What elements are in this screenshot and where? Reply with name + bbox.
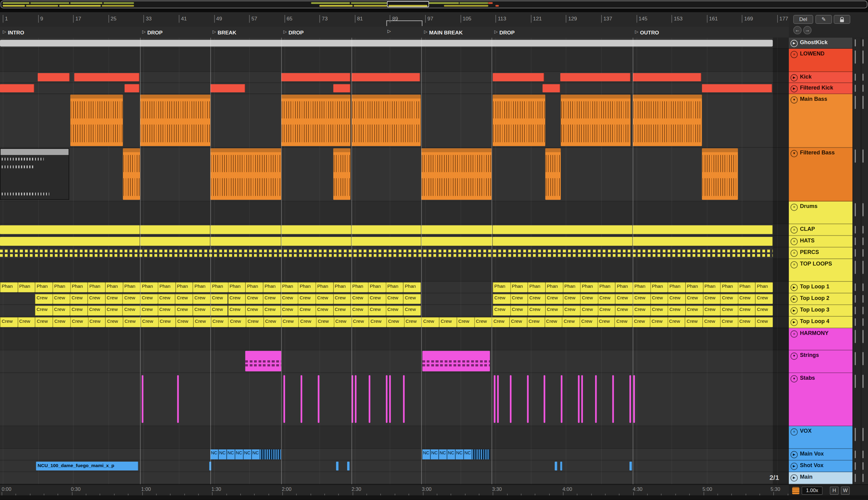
loop-cell[interactable]: Crew bbox=[563, 305, 580, 316]
loop-cell[interactable]: Crew bbox=[528, 305, 545, 316]
stab-clip[interactable] bbox=[497, 375, 499, 423]
zoom-width-button[interactable]: W bbox=[841, 487, 850, 495]
loop-cell[interactable]: Crew bbox=[580, 305, 597, 316]
loop-cell[interactable]: Crew bbox=[510, 294, 527, 304]
loop-cell[interactable]: Phan bbox=[263, 282, 281, 292]
audio-clip[interactable] bbox=[352, 237, 421, 246]
loop-cell[interactable]: Crew bbox=[193, 317, 211, 327]
midi-clip-gray[interactable] bbox=[0, 148, 69, 200]
audio-clip[interactable] bbox=[542, 84, 560, 92]
track-row-main-bass[interactable] bbox=[0, 94, 789, 148]
group-circle-icon[interactable]: ≡ bbox=[791, 226, 798, 233]
loop-cell[interactable]: Crew bbox=[404, 317, 422, 327]
loop-cell[interactable]: Crew bbox=[263, 294, 281, 304]
stab-clip[interactable] bbox=[403, 375, 404, 423]
loop-cell[interactable]: Crew bbox=[123, 305, 140, 316]
beat-time-ruler[interactable]: 1917253341495765738189971051131211291371… bbox=[0, 12, 789, 27]
loop-cell[interactable]: Crew bbox=[703, 305, 720, 316]
track-header-shot-vox[interactable]: ▶Shot Vox bbox=[789, 461, 853, 472]
loop-cell[interactable]: Phan bbox=[403, 282, 421, 292]
loop-cell[interactable]: Crew bbox=[18, 317, 35, 327]
loop-cell[interactable]: Crew bbox=[105, 305, 123, 316]
track-header-main-bass[interactable]: ▼Main Bass bbox=[789, 94, 853, 148]
loop-cell[interactable]: Phan bbox=[650, 282, 667, 292]
loop-cell[interactable]: Crew bbox=[70, 305, 88, 316]
back-arrow-button[interactable]: ← bbox=[793, 26, 802, 34]
audio-clip[interactable] bbox=[281, 237, 352, 246]
track-header-hats[interactable]: ≡HATS bbox=[789, 236, 853, 247]
audio-clip[interactable] bbox=[629, 462, 632, 470]
stab-clip[interactable] bbox=[544, 375, 545, 423]
track-header-strings[interactable]: ▼Strings bbox=[789, 351, 853, 373]
loop-cell[interactable]: Crew bbox=[615, 305, 632, 316]
play-circle-icon[interactable]: ▶ bbox=[791, 307, 798, 314]
loop-cell[interactable]: Crew bbox=[281, 294, 298, 304]
loop-cell[interactable]: Phan bbox=[175, 282, 193, 292]
loop-cell[interactable]: Phan bbox=[545, 282, 562, 292]
loop-cell[interactable]: Crew bbox=[158, 294, 175, 304]
audio-clip[interactable] bbox=[281, 225, 352, 234]
audio-clip[interactable] bbox=[493, 225, 633, 234]
loop-cell[interactable]: Crew bbox=[667, 294, 685, 304]
bass-clip[interactable] bbox=[421, 148, 492, 200]
loop-cell[interactable]: Phan bbox=[140, 282, 158, 292]
loop-cell[interactable]: Crew bbox=[403, 305, 421, 316]
loop-cell[interactable]: Crew bbox=[667, 305, 685, 316]
loop-cell[interactable]: Crew bbox=[457, 317, 474, 327]
loop-cell[interactable]: Crew bbox=[333, 294, 351, 304]
group-circle-icon[interactable]: ≡ bbox=[791, 428, 798, 435]
loop-cell[interactable]: Crew bbox=[528, 294, 545, 304]
audio-clip[interactable] bbox=[421, 237, 492, 246]
loop-cell[interactable]: Crew bbox=[53, 305, 70, 316]
loop-cell[interactable]: Crew bbox=[615, 294, 632, 304]
loop-cell[interactable]: Crew bbox=[210, 294, 228, 304]
loop-cell[interactable]: Phan bbox=[351, 282, 368, 292]
loop-cell[interactable]: Crew bbox=[334, 317, 352, 327]
bass-clip[interactable] bbox=[352, 95, 421, 146]
loop-cell[interactable]: Crew bbox=[281, 317, 299, 327]
zoom-height-button[interactable]: H bbox=[830, 487, 839, 495]
loop-cell[interactable]: Crew bbox=[633, 305, 650, 316]
loop-cell[interactable]: Phan bbox=[738, 282, 755, 292]
loop-cell[interactable]: Crew bbox=[368, 305, 386, 316]
audio-clip[interactable] bbox=[0, 225, 140, 234]
track-row-harmony[interactable] bbox=[0, 328, 789, 351]
loop-cell[interactable]: Crew bbox=[175, 294, 193, 304]
audio-clip[interactable] bbox=[140, 225, 210, 234]
overview-viewbox[interactable] bbox=[1, 1, 867, 8]
track-row-top-loop-2[interactable]: CrewCrewCrewCrewCrewCrewCrewCrewCrewCrew… bbox=[0, 293, 789, 305]
forward-arrow-button[interactable]: → bbox=[803, 26, 811, 34]
loop-cell[interactable]: Crew bbox=[545, 294, 562, 304]
loop-cell[interactable]: Crew bbox=[685, 305, 703, 316]
loop-cell[interactable]: Crew bbox=[88, 294, 105, 304]
track-row-drums[interactable] bbox=[0, 202, 789, 225]
loop-cell[interactable]: Crew bbox=[351, 294, 368, 304]
loop-cell[interactable]: Crew bbox=[562, 317, 580, 327]
track-row-strings[interactable] bbox=[0, 351, 789, 373]
loop-cell[interactable]: Crew bbox=[667, 317, 685, 327]
loop-cell[interactable]: Phan bbox=[615, 282, 632, 292]
audio-clip[interactable] bbox=[493, 237, 633, 246]
loop-cell[interactable]: Crew bbox=[298, 317, 316, 327]
track-row-filtered-kick[interactable] bbox=[0, 83, 789, 94]
loop-cell[interactable]: Crew bbox=[720, 305, 738, 316]
track-row-vox[interactable] bbox=[0, 426, 789, 449]
track-header-clap[interactable]: ≡CLAP bbox=[789, 224, 853, 236]
loop-cell[interactable]: Crew bbox=[53, 294, 70, 304]
track-header-ghostkick[interactable]: ▶GhostKick bbox=[789, 38, 853, 49]
loop-cell[interactable]: Crew bbox=[333, 305, 351, 316]
track-row-top-loops[interactable] bbox=[0, 259, 789, 282]
loop-cell[interactable]: Crew bbox=[650, 317, 667, 327]
audio-clip[interactable] bbox=[560, 73, 630, 81]
loop-cell[interactable]: Crew bbox=[70, 294, 88, 304]
loop-cell[interactable]: Phan bbox=[35, 282, 53, 292]
audio-clip[interactable] bbox=[421, 225, 492, 234]
loop-cell[interactable]: Crew bbox=[386, 294, 403, 304]
loop-cell[interactable]: Crew bbox=[633, 294, 650, 304]
track-row-stabs[interactable] bbox=[0, 373, 789, 426]
loop-cell[interactable]: Phan bbox=[88, 282, 105, 292]
play-circle-icon[interactable]: ▶ bbox=[791, 74, 798, 81]
locator[interactable]: ▷INTRO bbox=[3, 28, 24, 36]
loop-cell[interactable]: Phan bbox=[193, 282, 210, 292]
loop-cell[interactable]: Crew bbox=[245, 294, 263, 304]
